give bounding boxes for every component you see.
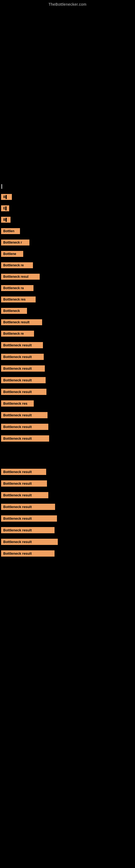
result-row-25: Bottleneck result (0, 489, 135, 501)
result-row-13: Bottleneck re (0, 328, 135, 339)
result-row-21: Bottleneck result (0, 421, 135, 433)
bottleneck-label-14: Bottleneck result (1, 342, 43, 348)
result-row-29: Bottleneck result (0, 536, 135, 548)
result-row-9: Bottleneck ra (0, 282, 135, 294)
result-row-5: Bottleneck r (0, 237, 135, 248)
bottleneck-label-17: Bottleneck result (1, 377, 46, 383)
result-row-24: Bottleneck result (0, 478, 135, 489)
bottleneck-label-10: Bottleneck res (1, 297, 36, 303)
bottleneck-label-9: Bottleneck ra (1, 285, 34, 291)
result-row-4: Bottlen (0, 225, 135, 237)
bottleneck-label-22: Bottleneck result (1, 435, 49, 442)
result-row-16: Bottleneck result (0, 363, 135, 374)
bottleneck-label-25: Bottleneck result (1, 492, 48, 498)
bottleneck-label-18: Bottleneck result (1, 389, 46, 395)
bottleneck-label-13: Bottleneck re (1, 331, 34, 337)
bottleneck-label-27: Bottleneck result (1, 516, 57, 522)
result-row-1: B▌ (0, 191, 135, 203)
dark-top-area (0, 8, 135, 181)
result-row-19: Bottleneck res (0, 398, 135, 409)
bottleneck-label-16: Bottleneck result (1, 365, 45, 372)
result-row-10: Bottleneck res (0, 294, 135, 305)
result-row-27: Bottleneck result (0, 513, 135, 524)
bottleneck-label-26: Bottleneck result (1, 504, 55, 510)
result-row-3: B▌ (0, 214, 135, 225)
result-row-7: Bottleneck re (0, 259, 135, 271)
result-row-28: Bottleneck result (0, 524, 135, 536)
result-row-26: Bottleneck result (0, 501, 135, 513)
bottleneck-label-1: B▌ (1, 194, 12, 200)
cursor-line: | (0, 181, 135, 191)
result-row-8: Bottleneck resul (0, 271, 135, 282)
bottleneck-label-5: Bottleneck r (1, 240, 30, 246)
bottleneck-label-12: Bottleneck result (1, 319, 42, 325)
result-row-15: Bottleneck result (0, 351, 135, 363)
bottleneck-label-24: Bottleneck result (1, 480, 47, 487)
result-row-20: Bottleneck result (0, 409, 135, 421)
bottleneck-label-3: B▌ (1, 217, 10, 223)
result-row-18: Bottleneck result (0, 386, 135, 398)
result-row-14: Bottleneck result (0, 339, 135, 351)
bottleneck-label-20: Bottleneck result (1, 412, 48, 418)
result-row-17: Bottleneck result (0, 374, 135, 386)
result-row-6: Bottlene (0, 248, 135, 259)
bottleneck-label-11: Bottleneck (1, 308, 27, 314)
bottleneck-label-23: Bottleneck result (1, 469, 46, 475)
bottleneck-label-29: Bottleneck result (1, 539, 58, 545)
result-row-12: Bottleneck result (0, 316, 135, 328)
bottleneck-label-6: Bottlene (1, 251, 23, 257)
bottleneck-label-8: Bottleneck resul (1, 274, 40, 280)
bottleneck-label-2: E▌ (1, 205, 9, 211)
bottleneck-label-30: Bottleneck result (1, 550, 54, 557)
bottleneck-label-19: Bottleneck res (1, 400, 34, 407)
result-row-2: E▌ (0, 203, 135, 214)
result-row-22: Bottleneck result (0, 433, 135, 444)
gap-area (0, 444, 135, 466)
site-title: TheBottlenecker.com (0, 0, 135, 8)
result-row-11: Bottleneck (0, 305, 135, 316)
bottleneck-label-15: Bottleneck result (1, 354, 44, 360)
result-row-30: Bottleneck result (0, 548, 135, 559)
bottleneck-label-4: Bottlen (1, 228, 20, 234)
result-row-23: Bottleneck result (0, 466, 135, 478)
bottleneck-label-7: Bottleneck re (1, 262, 33, 268)
bottom-padding (0, 559, 135, 586)
bottleneck-label-28: Bottleneck result (1, 527, 54, 533)
bottleneck-label-21: Bottleneck result (1, 424, 48, 430)
